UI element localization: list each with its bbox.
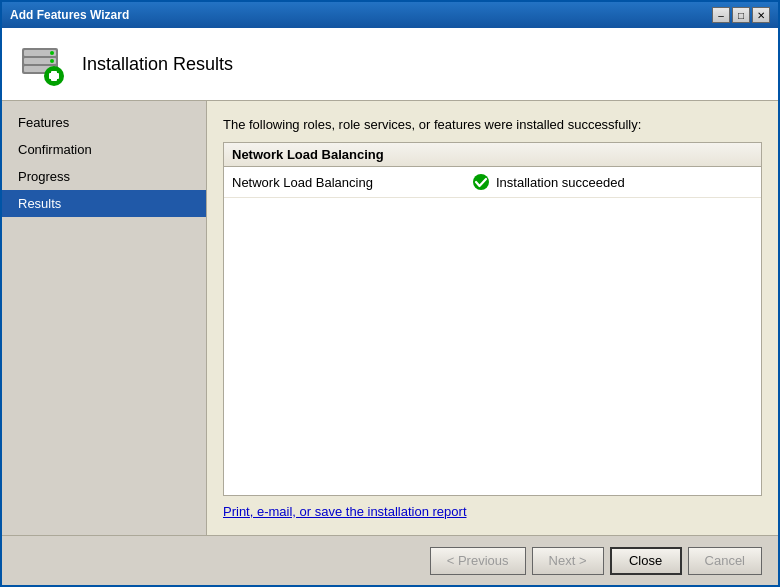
header-section: Installation Results [2,28,778,101]
table-row: Network Load Balancing Installation succ… [224,167,761,198]
header-title: Installation Results [82,54,233,75]
feature-name: Network Load Balancing [232,175,472,190]
title-bar: Add Features Wizard – □ ✕ [2,2,778,28]
maximize-button[interactable]: □ [732,7,750,23]
column-feature-header: Network Load Balancing [232,147,472,162]
close-window-button[interactable]: ✕ [752,7,770,23]
title-bar-text: Add Features Wizard [10,8,129,22]
next-button[interactable]: Next > [532,547,604,575]
results-table-header: Network Load Balancing [224,143,761,167]
minimize-button[interactable]: – [712,7,730,23]
cancel-button[interactable]: Cancel [688,547,762,575]
title-bar-buttons: – □ ✕ [712,7,770,23]
results-table: Network Load Balancing Network Load Bala… [223,142,762,496]
sidebar-item-features[interactable]: Features [2,109,206,136]
column-status-header [472,147,753,162]
window: Add Features Wizard – □ ✕ [0,0,780,587]
success-icon [472,173,490,191]
status-text: Installation succeeded [496,175,625,190]
report-link[interactable]: Print, e-mail, or save the installation … [223,504,762,519]
footer: < Previous Next > Close Cancel [2,535,778,585]
main-content: The following roles, role services, or f… [207,101,778,535]
sidebar: Features Confirmation Progress Results [2,101,207,535]
title-bar-left: Add Features Wizard [10,8,129,22]
sidebar-item-progress[interactable]: Progress [2,163,206,190]
header-icon [18,40,66,88]
sidebar-item-confirmation[interactable]: Confirmation [2,136,206,163]
close-button[interactable]: Close [610,547,682,575]
sidebar-item-results[interactable]: Results [2,190,206,217]
main-description: The following roles, role services, or f… [223,117,762,132]
feature-status: Installation succeeded [472,173,753,191]
content-area: Features Confirmation Progress Results T… [2,101,778,535]
svg-rect-9 [49,73,59,79]
svg-point-5 [50,59,54,63]
previous-button[interactable]: < Previous [430,547,526,575]
svg-point-4 [50,51,54,55]
